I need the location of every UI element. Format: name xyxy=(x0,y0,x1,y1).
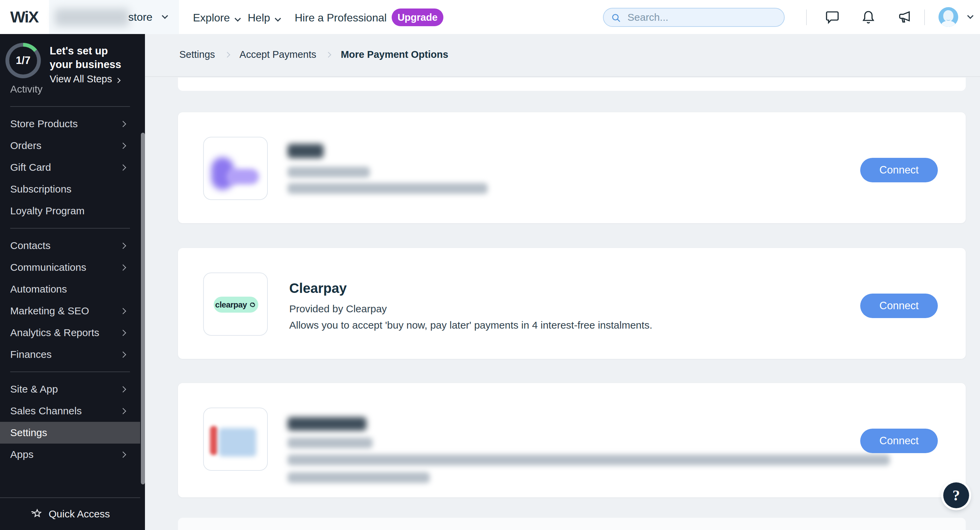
breadcrumb: Settings Accept Payments More Payment Op… xyxy=(179,49,448,60)
chevron-right-icon xyxy=(120,451,126,457)
main-content: Settings Accept Payments More Payment Op… xyxy=(145,34,980,530)
setup-progress-ring: 1/7 xyxy=(5,43,41,78)
payment-card-partial-bottom xyxy=(178,518,966,530)
view-all-steps-link[interactable]: View All Steps xyxy=(50,73,120,85)
connect-button[interactable]: Connect xyxy=(860,294,938,318)
breadcrumb-current-page: More Payment Options xyxy=(340,49,448,60)
chevron-down-icon xyxy=(275,15,281,21)
explore-menu[interactable]: Explore xyxy=(193,11,239,24)
redacted-site-name xyxy=(55,8,129,26)
chevron-right-icon xyxy=(224,52,230,57)
payment-provided-by: Provided by Clearpay xyxy=(289,303,387,315)
chevron-right-icon xyxy=(120,143,126,149)
chevron-down-icon xyxy=(234,15,240,21)
redacted-logo-shape xyxy=(226,169,259,184)
wix-logo[interactable]: WiX xyxy=(10,8,38,26)
sidebar: 1/7 Let's set up your business View All … xyxy=(0,34,145,530)
payment-option-card-clearpay: clearpay Clearpay Provided by Clearpay A… xyxy=(178,248,966,359)
sidebar-item-contacts[interactable]: Contacts xyxy=(0,235,140,257)
breadcrumb-bar: Settings Accept Payments More Payment Op… xyxy=(145,34,980,77)
chevron-right-icon xyxy=(120,308,126,314)
divider xyxy=(10,106,130,107)
payment-card-partial-top xyxy=(178,78,966,91)
setup-widget: 1/7 Let's set up your business View All … xyxy=(0,34,140,86)
sidebar-scrollbar[interactable] xyxy=(141,133,145,484)
announcements-megaphone-icon[interactable] xyxy=(896,9,913,25)
quick-access-star-icon xyxy=(30,508,43,520)
site-selector-label: store xyxy=(128,11,153,24)
chevron-right-icon xyxy=(120,386,126,392)
sidebar-item-finances[interactable]: Finances xyxy=(0,344,140,365)
account-avatar[interactable] xyxy=(939,7,958,27)
connect-button[interactable]: Connect xyxy=(860,158,938,182)
help-menu[interactable]: Help xyxy=(248,11,279,24)
clearpay-logo-pill: clearpay xyxy=(214,297,258,313)
sidebar-item-apps[interactable]: Apps xyxy=(0,444,140,465)
chevron-right-icon xyxy=(120,264,126,270)
redacted-title xyxy=(288,417,366,431)
search-input[interactable] xyxy=(627,11,777,24)
chevron-right-icon xyxy=(120,164,126,170)
redacted-title xyxy=(288,144,324,158)
breadcrumb-accept-payments[interactable]: Accept Payments xyxy=(240,49,317,60)
sidebar-item-orders[interactable]: Orders xyxy=(0,135,140,157)
redacted-description-line1 xyxy=(288,454,890,465)
divider xyxy=(10,371,130,372)
upgrade-button[interactable]: Upgrade xyxy=(392,8,443,26)
divider xyxy=(806,10,807,25)
sidebar-item-communications[interactable]: Communications xyxy=(0,257,140,278)
notifications-bell-icon[interactable] xyxy=(860,9,877,25)
sidebar-item-automations[interactable]: Automations xyxy=(0,278,140,300)
clearpay-logo: clearpay xyxy=(203,273,268,336)
sidebar-item-site-app[interactable]: Site & App xyxy=(0,378,140,400)
setup-progress-value: 1/7 xyxy=(9,47,37,75)
clearpay-loop-icon xyxy=(248,300,257,309)
chat-icon[interactable] xyxy=(824,9,840,25)
payment-provider-logo xyxy=(203,408,268,471)
redacted-description xyxy=(288,183,488,194)
chevron-right-icon xyxy=(120,243,126,249)
search-icon xyxy=(611,13,621,23)
chevron-right-icon xyxy=(120,330,126,336)
sidebar-item-loyalty-program[interactable]: Loyalty Program xyxy=(0,200,140,222)
chevron-right-icon xyxy=(120,121,126,127)
sidebar-item-activity[interactable]: Activity xyxy=(0,86,140,100)
redacted-description-line2 xyxy=(288,472,430,483)
help-button[interactable]: ? xyxy=(943,482,969,508)
redacted-logo-shape xyxy=(210,426,218,455)
redacted-provided-by xyxy=(288,167,370,178)
payment-title: Clearpay xyxy=(289,281,347,296)
chevron-right-icon xyxy=(115,78,121,83)
quick-access-button[interactable]: Quick Access xyxy=(0,497,140,530)
payment-option-card: Connect xyxy=(178,112,966,223)
divider xyxy=(924,10,925,25)
account-chevron-down-icon[interactable] xyxy=(967,13,973,19)
setup-title: Let's set up your business xyxy=(50,44,131,71)
sidebar-item-marketing-seo[interactable]: Marketing & SEO xyxy=(0,300,140,322)
sidebar-item-store-products[interactable]: Store Products xyxy=(0,113,140,135)
sidebar-nav: Activity Store Products Orders Gift Card… xyxy=(0,86,140,494)
site-selector[interactable]: store xyxy=(49,0,179,34)
divider xyxy=(10,228,130,229)
chevron-right-icon xyxy=(120,408,126,414)
hire-professional-link[interactable]: Hire a Professional xyxy=(295,11,387,24)
payment-option-card: Connect xyxy=(178,383,966,497)
payment-description: Allows you to accept 'buy now, pay later… xyxy=(289,319,652,331)
sidebar-item-analytics-reports[interactable]: Analytics & Reports xyxy=(0,322,140,344)
sidebar-item-sales-channels[interactable]: Sales Channels xyxy=(0,400,140,422)
redacted-provided-by xyxy=(288,438,372,448)
sidebar-item-settings[interactable]: Settings xyxy=(0,422,140,444)
redacted-logo-shape xyxy=(219,428,256,457)
payment-provider-logo xyxy=(203,137,268,200)
top-bar: WiX store Explore Help Hire a Profession… xyxy=(0,0,980,34)
sidebar-item-gift-card[interactable]: Gift Card xyxy=(0,157,140,178)
chevron-right-icon xyxy=(120,351,126,357)
search-box xyxy=(603,8,785,27)
chevron-right-icon xyxy=(326,52,331,57)
chevron-down-icon xyxy=(162,13,168,19)
breadcrumb-settings[interactable]: Settings xyxy=(179,49,215,60)
quick-access-label: Quick Access xyxy=(49,508,110,520)
connect-button[interactable]: Connect xyxy=(860,428,938,453)
sidebar-item-subscriptions[interactable]: Subscriptions xyxy=(0,178,140,200)
